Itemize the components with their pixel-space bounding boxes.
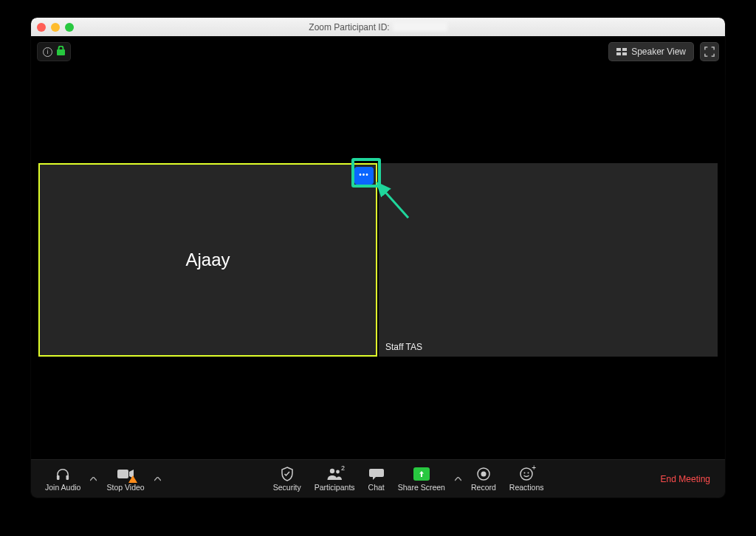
svg-point-9 [524, 472, 526, 473]
share-screen-label: Share Screen [398, 483, 445, 492]
meeting-info-group[interactable]: i [37, 42, 71, 61]
speaker-view-button[interactable]: Speaker View [608, 42, 694, 61]
svg-point-7 [481, 471, 486, 476]
stop-video-button[interactable]: Stop Video [100, 462, 151, 496]
participant-id-blur [393, 22, 447, 31]
app-window: Zoom Participant ID: i Speaker View [31, 18, 725, 498]
video-tile-main[interactable]: Ajaay ••• [38, 163, 377, 357]
video-icon [117, 467, 134, 481]
info-icon: i [43, 47, 52, 57]
window-title-text: Zoom Participant ID: [309, 22, 389, 32]
record-icon [477, 467, 490, 481]
headphones-icon [55, 467, 70, 481]
encryption-lock-icon [57, 46, 65, 58]
window-titlebar: Zoom Participant ID: [31, 18, 725, 36]
chat-icon [369, 467, 384, 481]
participants-count-badge: 2 [341, 464, 345, 472]
end-meeting-button[interactable]: End Meeting [653, 474, 718, 484]
stop-video-label: Stop Video [106, 483, 144, 492]
chat-label: Chat [368, 483, 385, 492]
reactions-button[interactable]: + Reactions [503, 462, 551, 496]
svg-rect-2 [66, 475, 69, 479]
share-screen-icon [413, 467, 430, 481]
join-audio-chevron[interactable] [87, 462, 100, 496]
svg-point-5 [336, 470, 340, 473]
tile-second-name: Staff TAS [382, 340, 426, 354]
meeting-toolbar: Join Audio Stop Video Security 2 [31, 459, 725, 498]
share-screen-chevron[interactable] [452, 462, 464, 496]
share-screen-button[interactable]: Share Screen [391, 462, 452, 496]
top-right-controls: Speaker View [608, 42, 719, 61]
more-icon: ••• [359, 171, 369, 179]
svg-point-10 [528, 472, 529, 473]
stop-video-chevron[interactable] [151, 462, 164, 496]
end-meeting-label: End Meeting [661, 474, 710, 484]
svg-rect-3 [117, 470, 128, 478]
participants-label: Participants [315, 483, 355, 492]
video-tile-second[interactable]: Staff TAS [379, 163, 718, 357]
reactions-label: Reactions [509, 483, 544, 492]
warning-icon [128, 475, 137, 483]
window-title: Zoom Participant ID: [31, 22, 725, 32]
record-label: Record [471, 483, 496, 492]
speaker-view-label: Speaker View [631, 47, 686, 57]
top-overlay: i Speaker View [37, 42, 719, 61]
tile-main-name: Ajaay [38, 163, 377, 357]
svg-point-8 [520, 468, 532, 480]
chat-button[interactable]: Chat [362, 462, 391, 496]
gallery-icon [616, 48, 627, 55]
chevron-up-icon [154, 477, 161, 481]
svg-rect-1 [57, 475, 60, 479]
security-label: Security [273, 483, 301, 492]
tile-options-button[interactable]: ••• [354, 167, 374, 185]
fullscreen-button[interactable] [700, 42, 719, 61]
video-tiles: Ajaay ••• Staff [38, 163, 718, 357]
participants-icon: 2 [326, 467, 343, 481]
fullscreen-icon [704, 47, 715, 57]
meeting-content: i Speaker View Ajaay [31, 36, 725, 459]
chevron-up-icon [90, 477, 97, 481]
join-audio-label: Join Audio [45, 483, 80, 492]
plus-badge-icon: + [532, 464, 536, 472]
shield-icon [281, 467, 294, 481]
reactions-icon: + [520, 467, 533, 481]
svg-point-4 [330, 468, 334, 473]
participants-button[interactable]: 2 Participants [308, 462, 362, 496]
security-button[interactable]: Security [267, 462, 308, 496]
chevron-up-icon [455, 477, 461, 481]
record-button[interactable]: Record [464, 462, 503, 496]
join-audio-button[interactable]: Join Audio [38, 462, 87, 496]
